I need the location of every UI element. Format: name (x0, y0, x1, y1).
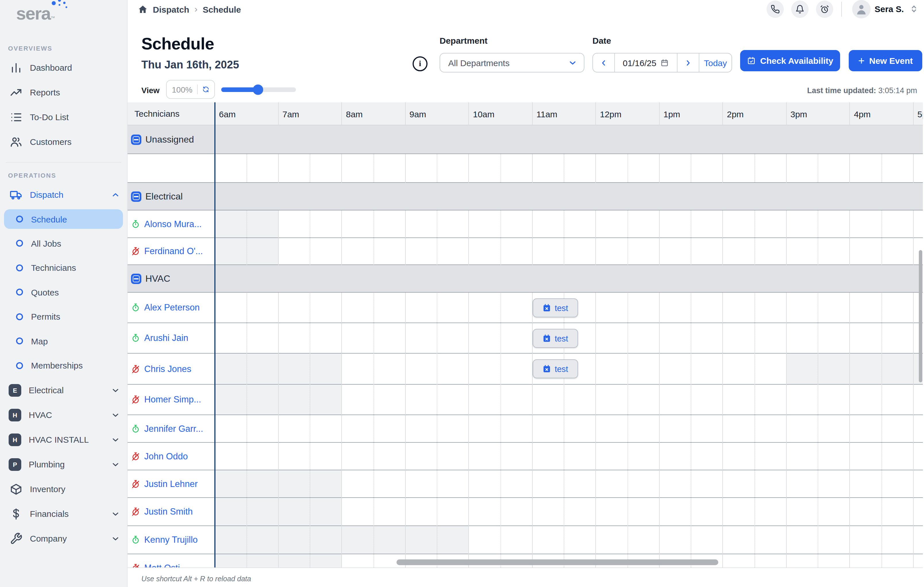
phone-button[interactable] (767, 0, 784, 18)
user-name[interactable]: Sera S. (874, 4, 904, 14)
next-day-button[interactable] (677, 53, 699, 72)
calendar-x-icon (543, 304, 551, 312)
technician-name[interactable]: Kenny Trujillo (144, 535, 198, 545)
sidebar-item-label: HVAC INSTALL (29, 435, 89, 445)
chevron-up-icon[interactable] (111, 190, 120, 199)
chevron-down-icon[interactable] (111, 385, 120, 395)
clocked-in-icon (131, 219, 140, 228)
lane-row: Alonso Mura... (127, 210, 923, 238)
sidebar-item-technicians[interactable]: Technicians (0, 256, 127, 280)
home-icon[interactable] (138, 4, 148, 14)
technician-name[interactable]: Ferdinand O'... (144, 246, 203, 256)
timeline-lane[interactable]: test (214, 354, 923, 384)
technician-name[interactable]: Arushi Jain (144, 333, 188, 343)
sidebar-item-dispatch[interactable]: Dispatch (0, 182, 127, 207)
chevron-down-icon[interactable] (111, 509, 120, 518)
timeline-lane[interactable] (214, 470, 923, 497)
breadcrumb-item-schedule[interactable]: Schedule (203, 4, 241, 14)
avatar[interactable] (852, 0, 871, 18)
sidebar-item-hvac-install[interactable]: H HVAC INSTALL (0, 427, 127, 452)
zoom-slider[interactable] (221, 88, 296, 92)
technician-name[interactable]: Justin Lehner (144, 479, 198, 489)
technician-name[interactable]: Alonso Mura... (144, 219, 202, 229)
timeline-lane[interactable] (214, 498, 923, 526)
sidebar-item-label: Dashboard (30, 63, 72, 73)
technician-name[interactable]: Jennifer Garr... (144, 423, 203, 434)
sidebar-item-map[interactable]: Map (0, 329, 127, 353)
notifications-button[interactable] (791, 0, 808, 18)
sidebar-item-inventory[interactable]: Inventory (0, 476, 127, 501)
chevron-left-icon (599, 58, 608, 67)
bullet-icon (16, 265, 23, 271)
new-event-button[interactable]: + New Event (849, 50, 922, 71)
sera-logo[interactable]: sera™ (16, 3, 54, 24)
timeline-lane[interactable]: test (214, 293, 923, 322)
timeline-lane[interactable] (214, 238, 923, 265)
sidebar-item-reports[interactable]: Reports (0, 80, 127, 105)
chevron-down-icon[interactable] (111, 534, 120, 543)
timeline-lane[interactable] (214, 385, 923, 415)
horizontal-scrollbar[interactable] (396, 559, 718, 565)
chevron-down-icon[interactable] (111, 435, 120, 444)
topbar-divider (841, 2, 842, 17)
hour-label: 5pm (917, 103, 923, 125)
technician-name[interactable]: Justin Smith (144, 506, 193, 517)
today-button[interactable]: Today (699, 53, 731, 72)
sidebar-item-financials[interactable]: Financials (0, 501, 127, 526)
timeline-lane[interactable] (214, 154, 923, 182)
lane-row-unassigned (127, 154, 923, 183)
zoom-slider-handle[interactable] (253, 84, 263, 95)
sidebar-item-memberships[interactable]: Memberships (0, 353, 127, 378)
sidebar-item-electrical[interactable]: E Electrical (0, 378, 127, 402)
lane-row: Arushi Jain test (127, 323, 923, 354)
sidebar-item-schedule[interactable]: Schedule (4, 209, 123, 229)
department-select[interactable]: All Departments (440, 53, 584, 73)
timeline-lane[interactable] (214, 526, 923, 554)
phone-icon (771, 5, 780, 14)
new-event-label: New Event (869, 56, 913, 66)
hour-label: 11am (536, 103, 558, 125)
check-availability-button[interactable]: Check Availability (740, 50, 840, 71)
logo-tm: ™ (51, 15, 54, 21)
screen: sera™ OVERVIEWS Dashboard Reports To-Do … (0, 0, 924, 587)
section-label-operations: OPERATIONS (8, 172, 127, 179)
technician-name[interactable]: John Oddo (144, 451, 188, 461)
timeline-lane[interactable] (214, 415, 923, 442)
sidebar-item-hvac[interactable]: H HVAC (0, 402, 127, 427)
collapse-icon[interactable] (131, 273, 141, 284)
breadcrumb-item-dispatch[interactable]: Dispatch (153, 4, 189, 14)
bullet-icon (16, 216, 23, 223)
timeline-lane[interactable] (214, 210, 923, 237)
sidebar-item-dashboard[interactable]: Dashboard (0, 55, 127, 80)
timeline-lane[interactable]: test (214, 323, 923, 353)
technician-name[interactable]: Alex Peterson (144, 303, 200, 313)
sidebar-item-quotes[interactable]: Quotes (0, 280, 127, 304)
sidebar-item-todo-list[interactable]: To-Do List (0, 105, 127, 129)
user-menu-chevrons-icon[interactable] (909, 4, 919, 14)
timeline-lane[interactable] (214, 443, 923, 470)
vertical-scrollbar[interactable] (919, 250, 922, 382)
timer-button[interactable] (816, 0, 833, 18)
date-field[interactable]: 01/16/25 (614, 53, 677, 72)
collapse-icon[interactable] (131, 191, 141, 202)
sidebar-item-all-jobs[interactable]: All Jobs (0, 231, 127, 256)
technician-name[interactable]: Homer Simp... (144, 394, 201, 405)
refresh-icon[interactable] (202, 85, 209, 94)
sidebar-item-label: Quotes (31, 288, 59, 297)
sidebar-item-plumbing[interactable]: P Plumbing (0, 452, 127, 476)
event-chip[interactable]: test (533, 329, 578, 348)
sidebar-item-company[interactable]: Company (0, 526, 127, 551)
prev-day-button[interactable] (593, 53, 614, 72)
info-icon[interactable]: i (412, 56, 427, 71)
technician-name[interactable]: Chris Jones (144, 364, 191, 374)
technician-name[interactable]: Matt Osti... (144, 563, 187, 568)
sidebar-item-permits[interactable]: Permits (0, 304, 127, 329)
event-chip[interactable]: test (533, 359, 578, 378)
sidebar-item-customers[interactable]: Customers (0, 129, 127, 154)
chevron-down-icon[interactable] (111, 460, 120, 469)
event-chip[interactable]: test (533, 298, 578, 317)
chevron-down-icon[interactable] (111, 410, 120, 419)
collapse-icon[interactable] (131, 134, 141, 145)
hour-label: 8am (346, 103, 363, 125)
page-title: Schedule (141, 35, 214, 53)
